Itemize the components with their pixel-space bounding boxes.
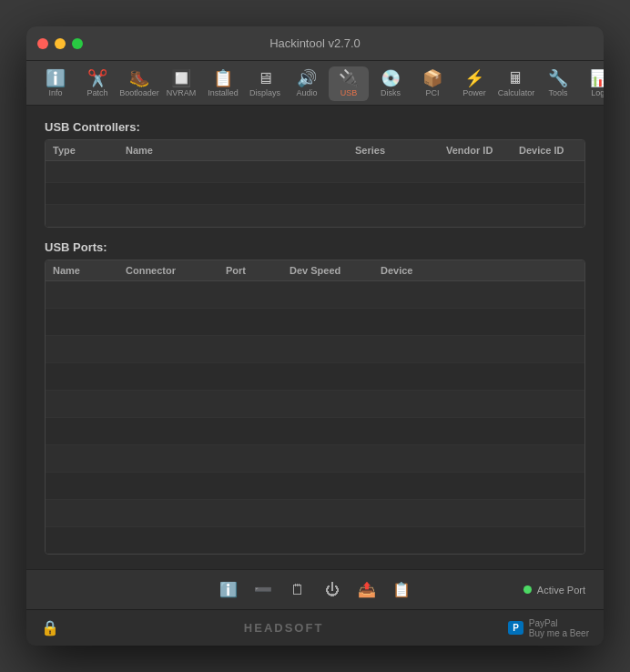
titlebar: Hackintool v2.7.0 <box>26 26 604 61</box>
cell-connector <box>118 527 218 555</box>
toolbar-item-patch[interactable]: ✂️ Patch <box>77 66 117 101</box>
cell-pdevice <box>373 336 584 362</box>
cell-vendor <box>439 205 512 227</box>
paypal-section[interactable]: P PayPal Buy me a Beer <box>508 618 589 638</box>
col-header-devspeed: Dev Speed <box>282 260 373 280</box>
pci-icon: 📦 <box>422 70 442 87</box>
copy-button[interactable]: 📋 <box>389 577 414 603</box>
usb-ports-body <box>46 281 584 555</box>
usb-ports-title: USB Ports: <box>45 240 585 254</box>
toolbar-item-calculator[interactable]: 🖩 Calculator <box>496 66 536 101</box>
toolbar-label-usb: USB <box>340 88 358 97</box>
cell-port <box>218 500 282 526</box>
usb-icon: 🔌 <box>339 70 359 87</box>
cell-connector <box>118 391 218 417</box>
col-header-pname: Name <box>46 260 118 280</box>
toolbar-label-disks: Disks <box>381 88 401 97</box>
toolbar-item-logs[interactable]: 📊 Logs <box>580 66 604 101</box>
cell-device <box>512 161 584 182</box>
col-header-type: Type <box>46 140 118 160</box>
toolbar-label-bootloader: Bootloader <box>119 88 159 97</box>
footer: 🔒 HEADSOFT P PayPal Buy me a Beer <box>26 609 604 646</box>
info-action-button[interactable]: ℹ️ <box>216 577 241 603</box>
lock-icon: 🔒 <box>41 619 59 636</box>
cell-port <box>218 445 282 472</box>
usb-controllers-section: USB Controllers: Type Name Series Vendor… <box>45 120 585 228</box>
toolbar-label-nvram: NVRAM <box>167 88 197 97</box>
cell-series <box>348 183 439 204</box>
col-header-port: Port <box>218 260 282 280</box>
remove-button[interactable]: ➖ <box>250 577 276 603</box>
cell-vendor <box>439 161 512 182</box>
cell-pdevice <box>373 500 584 526</box>
logs-icon: 📊 <box>590 70 604 87</box>
export-button[interactable]: 📤 <box>354 577 380 603</box>
traffic-lights <box>37 38 83 49</box>
cell-connector <box>118 500 218 526</box>
usb-controllers-header: Type Name Series Vendor ID Device ID <box>46 140 584 161</box>
maximize-button[interactable] <box>72 38 83 49</box>
cell-type <box>46 161 118 182</box>
cell-pdevice <box>373 363 584 390</box>
toolbar-item-power[interactable]: ⚡ Power <box>454 66 494 101</box>
usb-ports-section: USB Ports: Name Connector Port Dev Speed… <box>45 240 585 555</box>
toolbar-item-usb[interactable]: 🔌 USB <box>329 66 369 101</box>
cell-pdevice <box>373 281 584 308</box>
cell-name <box>118 161 348 182</box>
cell-devspeed <box>282 445 373 472</box>
cell-connector <box>118 445 218 472</box>
cell-series <box>348 161 439 182</box>
cell-vendor <box>439 183 512 204</box>
bottom-bar: ℹ️ ➖ 🗒 ⏻ 📤 📋 Active Port <box>26 569 604 609</box>
toolbar-label-calculator: Calculator <box>498 88 535 97</box>
cell-pname <box>46 336 118 362</box>
toolbar-label-audio: Audio <box>296 88 317 97</box>
toolbar-item-bootloader[interactable]: 🥾 Bootloader <box>119 66 159 101</box>
cell-type <box>46 205 118 227</box>
cell-pname <box>46 281 118 308</box>
usb-ports-header: Name Connector Port Dev Speed Device <box>46 260 584 281</box>
cell-connector <box>118 309 218 335</box>
usb-controllers-body <box>46 161 584 227</box>
info-icon: ℹ️ <box>46 70 66 87</box>
toolbar-item-audio[interactable]: 🔊 Audio <box>287 66 327 101</box>
toolbar-label-displays: Displays <box>249 88 280 97</box>
cell-devspeed <box>282 418 373 444</box>
toolbar-item-info[interactable]: ℹ️ Info <box>36 66 76 101</box>
usb-controllers-title: USB Controllers: <box>45 120 585 134</box>
toolbar-item-disks[interactable]: 💿 Disks <box>371 66 411 101</box>
cell-devspeed <box>282 391 373 417</box>
usb-ports-table: Name Connector Port Dev Speed Device <box>45 260 585 555</box>
toolbar-item-displays[interactable]: 🖥 Displays <box>245 66 285 101</box>
toolbar-item-tools[interactable]: 🔧 Tools <box>538 66 578 101</box>
toolbar-label-logs: Logs <box>591 88 604 97</box>
cell-port <box>218 309 282 335</box>
cell-pdevice <box>373 391 584 417</box>
toolbar-item-nvram[interactable]: 🔲 NVRAM <box>161 66 201 101</box>
power-action-button[interactable]: ⏻ <box>320 577 345 603</box>
cell-pdevice <box>373 445 584 472</box>
patch-icon: ✂️ <box>87 70 107 87</box>
close-button[interactable] <box>37 38 48 49</box>
table-row <box>46 183 584 205</box>
table-row <box>46 473 584 500</box>
cell-devspeed <box>282 527 373 555</box>
cell-connector <box>118 418 218 444</box>
active-port-label: Active Port <box>537 585 585 596</box>
cell-port <box>218 527 282 555</box>
active-port-dot <box>523 585 532 594</box>
col-header-device-id: Device ID <box>512 140 584 160</box>
cell-pname <box>46 391 118 417</box>
toolbar-item-installed[interactable]: 📋 Installed <box>203 66 243 101</box>
cell-connector <box>118 281 218 308</box>
cell-pname <box>46 500 118 526</box>
nvram-icon: 🔲 <box>171 70 191 87</box>
tools-icon: 🔧 <box>548 70 568 87</box>
cell-connector <box>118 473 218 499</box>
toolbar-item-pci[interactable]: 📦 PCI <box>412 66 452 101</box>
cell-port <box>218 363 282 390</box>
cell-pname <box>46 363 118 390</box>
notes-button[interactable]: 🗒 <box>285 577 310 603</box>
minimize-button[interactable] <box>55 38 66 49</box>
toolbar-label-power: Power <box>462 88 486 97</box>
